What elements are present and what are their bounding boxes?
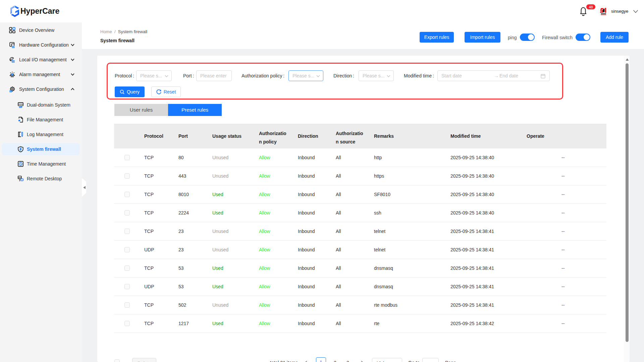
svg-text:I/O: I/O [11,58,13,60]
